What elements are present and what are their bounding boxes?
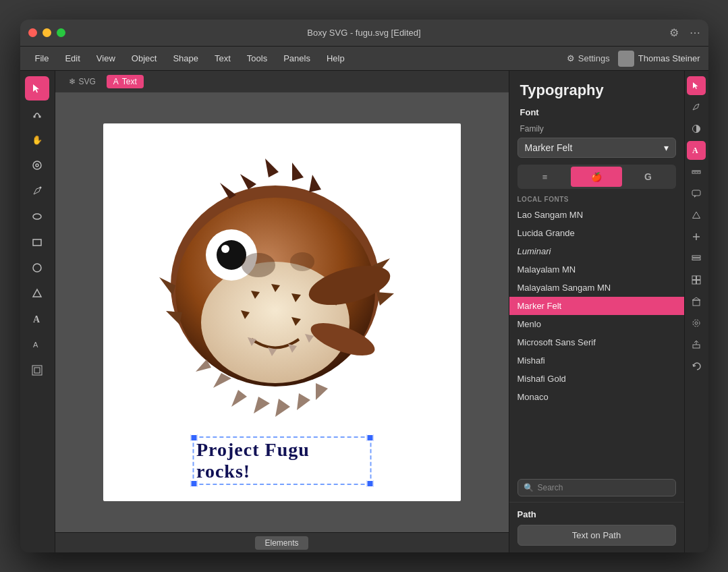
menu-panels[interactable]: Panels bbox=[277, 51, 317, 66]
font-item-lucida[interactable]: Lucida Grande bbox=[509, 224, 684, 242]
font-tab-apple[interactable]: 🍎 bbox=[571, 167, 622, 187]
circle-tool[interactable] bbox=[25, 256, 49, 280]
right-plus-icon[interactable] bbox=[687, 227, 706, 246]
close-button[interactable] bbox=[28, 28, 37, 37]
font-item-lao[interactable]: Lao Sangam MN bbox=[509, 206, 684, 224]
resize-handle-br[interactable] bbox=[366, 480, 373, 487]
traffic-lights bbox=[28, 28, 65, 37]
text-tool[interactable]: A bbox=[25, 307, 49, 331]
right-panel: Typography Font Family Marker Felt ▾ ≡ 🍎… bbox=[509, 71, 684, 552]
tab-svg[interactable]: ❄ SVG bbox=[62, 75, 103, 88]
svg-rect-58 bbox=[692, 190, 700, 196]
right-gear-icon[interactable] bbox=[687, 314, 706, 333]
canvas-wrapper[interactable]: Project Fugu rocks! bbox=[55, 92, 509, 532]
font-item-malayalam-sangam[interactable]: Malayalam Sangam MN bbox=[509, 279, 684, 297]
svg-point-48 bbox=[242, 253, 275, 277]
svg-text:A: A bbox=[33, 314, 40, 324]
svg-marker-32 bbox=[166, 311, 182, 324]
canvas-text[interactable]: Project Fugu rocks! bbox=[196, 439, 367, 482]
right-grid-icon[interactable] bbox=[687, 270, 706, 289]
right-type-icon[interactable]: A bbox=[687, 141, 706, 160]
user-button[interactable]: Thomas Steiner bbox=[618, 51, 700, 67]
right-select-icon[interactable] bbox=[687, 76, 706, 95]
pan-tool[interactable]: ✋ bbox=[25, 127, 49, 152]
elements-button[interactable]: Elements bbox=[255, 536, 308, 550]
right-triangle-icon[interactable] bbox=[687, 206, 706, 225]
menu-object[interactable]: Object bbox=[125, 51, 164, 66]
font-tab-google[interactable]: G bbox=[622, 167, 673, 187]
menu-file[interactable]: File bbox=[28, 51, 56, 66]
node-tool[interactable] bbox=[25, 102, 49, 126]
font-search-input[interactable] bbox=[538, 483, 670, 492]
right-export-icon[interactable] bbox=[687, 335, 706, 354]
canvas-content: Project Fugu rocks! bbox=[103, 123, 461, 501]
svg-point-49 bbox=[290, 252, 314, 271]
menu-view[interactable]: View bbox=[90, 51, 122, 66]
svg-marker-34 bbox=[376, 292, 394, 306]
font-item-menlo[interactable]: Menlo bbox=[509, 315, 684, 333]
face-tool[interactable] bbox=[25, 153, 49, 177]
resize-handle-tl[interactable] bbox=[190, 434, 197, 441]
svg-rect-11 bbox=[32, 366, 42, 375]
menu-tools[interactable]: Tools bbox=[240, 51, 274, 66]
menubar-right: ⚙ Settings Thomas Steiner bbox=[567, 51, 700, 67]
font-tab-list[interactable]: ≡ bbox=[520, 167, 571, 187]
font-source-tabs: ≡ 🍎 G bbox=[517, 165, 676, 189]
svg-rect-0 bbox=[34, 116, 36, 118]
canvas-tabs: ❄ SVG A Text bbox=[55, 71, 509, 92]
font-item-mishafi[interactable]: Mishafi bbox=[509, 351, 684, 370]
menu-shape[interactable]: Shape bbox=[166, 51, 205, 66]
font-item-monaco[interactable]: Monaco bbox=[509, 388, 684, 406]
pufferfish-illustration bbox=[134, 130, 430, 420]
google-icon: G bbox=[644, 171, 652, 182]
apple-icon: 🍎 bbox=[591, 172, 602, 182]
text-small-tool[interactable]: A bbox=[25, 333, 49, 357]
ellipse-tool[interactable] bbox=[25, 204, 49, 229]
svg-point-18 bbox=[221, 245, 229, 253]
svg-rect-64 bbox=[697, 276, 701, 280]
font-section-title: Font bbox=[509, 105, 684, 123]
right-contrast-icon[interactable] bbox=[687, 119, 706, 138]
resize-handle-bl[interactable] bbox=[190, 480, 197, 487]
tab-text[interactable]: A Text bbox=[107, 75, 144, 88]
select-tool[interactable] bbox=[25, 76, 49, 101]
maximize-button[interactable] bbox=[57, 28, 65, 37]
minimize-button[interactable] bbox=[43, 28, 51, 37]
puzzle-icon[interactable]: ⚙ bbox=[669, 26, 679, 39]
right-undo-icon[interactable] bbox=[687, 357, 706, 376]
settings-button[interactable]: ⚙ Settings bbox=[567, 53, 610, 63]
left-toolbar: ✋ A A bbox=[20, 71, 55, 552]
font-search-container: 🔍 bbox=[517, 479, 676, 496]
font-item-luminari[interactable]: Luminari bbox=[509, 242, 684, 260]
menu-edit[interactable]: Edit bbox=[58, 51, 86, 66]
svg-point-5 bbox=[40, 187, 42, 189]
text-on-path-button[interactable]: Text on Path bbox=[517, 525, 676, 546]
font-item-microsoft[interactable]: Microsoft Sans Serif bbox=[509, 333, 684, 351]
font-family-dropdown[interactable]: Marker Felt ▾ bbox=[517, 138, 676, 158]
pen-tool[interactable] bbox=[25, 179, 49, 203]
user-avatar bbox=[618, 51, 634, 67]
right-building-icon[interactable] bbox=[687, 292, 706, 311]
svg-marker-25 bbox=[231, 390, 247, 407]
right-comment-icon[interactable] bbox=[687, 184, 706, 203]
menu-text[interactable]: Text bbox=[208, 51, 237, 66]
frame-tool[interactable] bbox=[25, 358, 49, 382]
selected-text-container[interactable]: Project Fugu rocks! bbox=[192, 436, 371, 485]
font-item-mishafi-gold[interactable]: Mishafi Gold bbox=[509, 370, 684, 388]
font-item-marker-felt[interactable]: Marker Felt bbox=[509, 297, 684, 315]
svg-marker-26 bbox=[254, 397, 270, 413]
right-layers-icon[interactable] bbox=[687, 249, 706, 268]
menu-help[interactable]: Help bbox=[320, 51, 352, 66]
font-scroll-area: LOCAL FONTS Lao Sangam MN Lucida Grande … bbox=[509, 193, 684, 502]
svg-rect-70 bbox=[693, 345, 700, 348]
font-item-malayalam[interactable]: Malayalam MN bbox=[509, 260, 684, 279]
family-label: Family bbox=[509, 123, 684, 138]
rect-tool[interactable] bbox=[25, 230, 49, 254]
svg-marker-28 bbox=[297, 393, 310, 410]
svg-rect-1 bbox=[39, 116, 41, 118]
resize-handle-tr[interactable] bbox=[366, 434, 373, 441]
right-pen-icon[interactable] bbox=[687, 98, 706, 117]
triangle-tool[interactable] bbox=[25, 281, 49, 306]
right-ruler-icon[interactable] bbox=[687, 163, 706, 181]
menu-dots-icon[interactable]: ⋯ bbox=[690, 26, 700, 39]
